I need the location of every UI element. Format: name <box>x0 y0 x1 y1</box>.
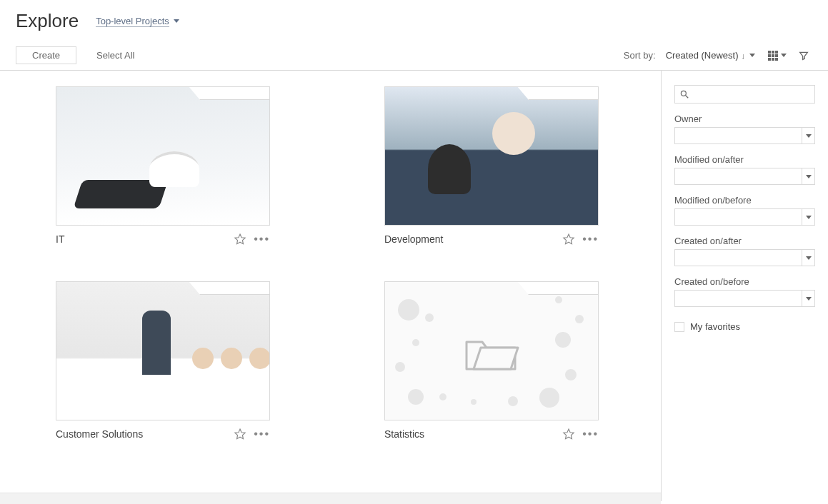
favorite-button[interactable] <box>562 428 575 440</box>
select-all-button[interactable]: Select All <box>96 50 134 61</box>
folder-tab-notch <box>528 282 598 295</box>
star-icon <box>234 233 246 246</box>
chevron-down-icon <box>802 250 814 266</box>
filter-group-modified-before: Modified on/before <box>674 195 815 226</box>
project-card-footer: Statistics ••• <box>384 420 599 440</box>
sort-direction-down-icon: ↓ <box>742 51 746 60</box>
project-thumbnail <box>384 86 599 226</box>
chevron-down-icon <box>802 168 814 184</box>
project-card[interactable]: Customer Solutions ••• <box>56 281 270 440</box>
svg-marker-2 <box>235 429 245 439</box>
svg-point-4 <box>681 91 686 96</box>
project-card-footer: Customer Solutions ••• <box>56 420 270 440</box>
sort-value: Created (Newest) <box>666 50 739 61</box>
breadcrumb-top-level-projects[interactable]: Top-level Projects <box>96 16 179 27</box>
grid-icon <box>768 51 778 61</box>
svg-marker-0 <box>235 234 245 244</box>
filter-label: Created on/before <box>674 276 815 287</box>
content-area[interactable]: IT ••• Development <box>0 71 661 501</box>
search-icon <box>679 89 689 99</box>
view-grid-button[interactable] <box>765 48 789 64</box>
folder-tab-notch <box>199 282 269 295</box>
horizontal-scrollbar[interactable] <box>0 493 661 504</box>
more-actions-button[interactable]: ••• <box>254 428 270 440</box>
project-card[interactable]: Statistics ••• <box>384 281 599 440</box>
page-title: Explore <box>16 10 79 32</box>
created-before-select[interactable] <box>674 290 815 307</box>
create-button[interactable]: Create <box>16 46 76 64</box>
chevron-down-icon <box>802 209 814 225</box>
filter-search[interactable] <box>674 85 815 104</box>
search-input[interactable] <box>675 86 814 103</box>
project-grid: IT ••• Development <box>56 86 645 440</box>
filter-group-modified-after: Modified on/after <box>674 154 815 185</box>
filter-label: Owner <box>674 114 815 124</box>
filter-label: Modified on/before <box>674 195 815 206</box>
main-area: IT ••• Development <box>0 71 828 501</box>
filter-label: Modified on/after <box>674 154 815 165</box>
owner-select[interactable] <box>674 127 815 144</box>
toolbar: Create Select All Sort by: Created (Newe… <box>0 42 828 71</box>
project-thumbnail <box>56 281 270 420</box>
project-thumbnail <box>56 86 270 226</box>
favorites-filter-row: My favorites <box>674 321 815 332</box>
filter-label: Created on/after <box>674 236 815 246</box>
chevron-down-icon <box>781 54 787 57</box>
favorite-button[interactable] <box>234 428 246 440</box>
filter-group-created-after: Created on/after <box>674 236 815 266</box>
project-title: Development <box>384 233 444 245</box>
page-header: Explore Top-level Projects <box>0 0 828 42</box>
star-icon <box>234 428 246 440</box>
svg-marker-1 <box>564 234 574 244</box>
star-icon <box>562 428 575 440</box>
svg-marker-3 <box>564 429 574 439</box>
sort-dropdown[interactable]: Created (Newest) ↓ <box>662 49 759 61</box>
created-after-select[interactable] <box>674 249 815 266</box>
project-card-footer: IT ••• <box>56 226 270 246</box>
chevron-down-icon <box>802 128 814 143</box>
folder-tab-notch <box>528 87 598 100</box>
star-icon <box>562 233 575 246</box>
favorite-button[interactable] <box>562 233 575 246</box>
filter-toggle-button[interactable] <box>795 47 812 64</box>
project-card[interactable]: Development ••• <box>384 86 599 246</box>
more-actions-button[interactable]: ••• <box>254 233 270 246</box>
modified-after-select[interactable] <box>674 168 815 185</box>
chevron-down-icon <box>174 19 179 23</box>
project-card-footer: Development ••• <box>384 226 599 246</box>
project-card[interactable]: IT ••• <box>56 86 270 246</box>
project-title: IT <box>56 233 64 245</box>
favorites-label: My favorites <box>690 321 740 332</box>
project-title: Statistics <box>384 428 424 440</box>
folder-tab-notch <box>199 87 269 100</box>
favorite-button[interactable] <box>234 233 246 246</box>
more-actions-button[interactable]: ••• <box>582 233 599 246</box>
svg-line-5 <box>686 96 689 99</box>
filter-group-owner: Owner <box>674 114 815 144</box>
sort-by-label: Sort by: <box>624 50 656 61</box>
modified-before-select[interactable] <box>674 208 815 226</box>
more-actions-button[interactable]: ••• <box>582 428 599 440</box>
filter-group-created-before: Created on/before <box>674 276 815 307</box>
favorites-checkbox[interactable] <box>674 322 684 332</box>
project-title: Customer Solutions <box>56 428 143 440</box>
toolbar-right: Sort by: Created (Newest) ↓ <box>624 47 812 64</box>
folder-icon <box>462 333 522 376</box>
project-thumbnail <box>384 281 599 420</box>
breadcrumb-label: Top-level Projects <box>96 16 169 27</box>
filter-icon <box>798 50 809 61</box>
filter-sidebar: Owner Modified on/after Modified on/befo… <box>661 71 828 501</box>
chevron-down-icon <box>749 54 755 57</box>
chevron-down-icon <box>802 291 814 306</box>
